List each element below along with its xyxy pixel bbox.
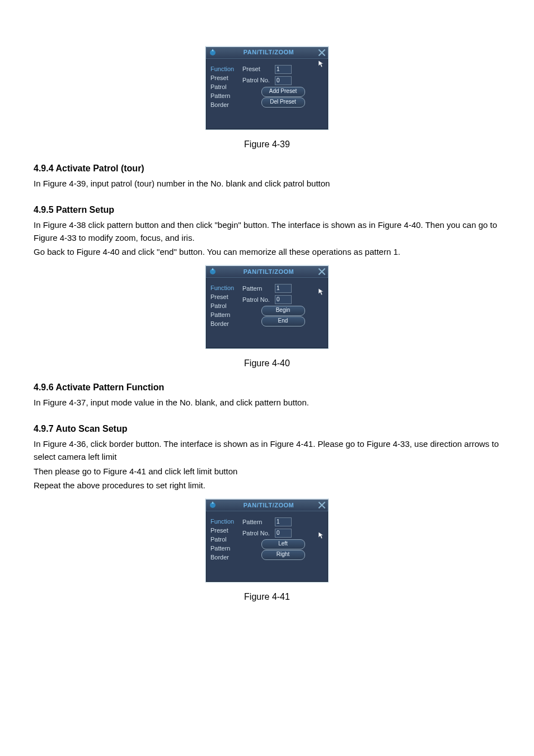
preset-input[interactable]: 1 [275,65,292,74]
menu-item-preset[interactable]: Preset [210,292,241,301]
paragraph: In Figure 4-38 click pattern button and … [34,218,500,245]
dialog-titlebar: PAN/TILT/ZOOM [206,47,328,59]
menu-item-preset[interactable]: Preset [210,526,241,535]
paragraph: In Figure 4-36, click border button. The… [34,437,500,464]
patrol-no-label: Patrol No. [242,76,275,85]
close-icon[interactable] [318,501,326,509]
close-icon[interactable] [318,49,326,57]
function-menu: Function Preset Patrol Pattern Border [210,283,241,336]
app-logo-icon [208,48,217,57]
menu-item-pattern[interactable]: Pattern [210,310,241,319]
patrol-no-input[interactable]: 0 [275,529,292,538]
figure-caption-39: Figure 4-39 [34,138,500,152]
dialog-titlebar: PAN/TILT/ZOOM [206,266,328,278]
paragraph: Repeat the above procedures to set right… [34,479,500,492]
dialog-title: PAN/TILT/ZOOM [219,267,318,277]
function-menu: Function Preset Patrol Pattern Border [210,517,241,570]
heading-4-9-4: 4.9.4 Activate Patrol (tour) [34,162,500,176]
patrol-no-input[interactable]: 0 [275,76,292,85]
del-preset-button[interactable]: Del Preset [261,97,305,108]
cursor-icon [318,60,325,68]
figure-caption-41: Figure 4-41 [34,590,500,604]
paragraph: In Figure 4-39, input patrol (tour) numb… [34,177,500,190]
menu-item-pattern[interactable]: Pattern [210,91,241,100]
begin-button[interactable]: Begin [261,306,305,316]
app-logo-icon [208,267,217,276]
menu-item-function[interactable]: Function [210,64,241,73]
dialog-titlebar: PAN/TILT/ZOOM [206,500,328,511]
heading-4-9-5: 4.9.5 Pattern Setup [34,203,500,217]
heading-4-9-7: 4.9.7 Auto Scan Setup [34,422,500,436]
paragraph: In Figure 4-37, input mode value in the … [34,396,500,409]
cursor-icon [318,531,325,539]
menu-item-border[interactable]: Border [210,100,241,109]
pattern-label: Pattern [242,517,275,527]
menu-item-border[interactable]: Border [210,553,241,562]
patrol-no-input[interactable]: 0 [275,295,292,304]
cursor-icon [318,288,325,296]
menu-item-border[interactable]: Border [210,319,241,328]
dialog-title: PAN/TILT/ZOOM [219,48,318,57]
pattern-input[interactable]: 1 [275,517,292,526]
left-button[interactable]: Left [261,539,305,549]
function-menu: Function Preset Patrol Pattern Border [210,64,241,117]
patrol-no-label: Patrol No. [242,295,275,305]
add-preset-button[interactable]: Add Preset [261,87,305,97]
heading-4-9-6: 4.9.6 Activate Pattern Function [34,381,500,395]
ptz-dialog-41: PAN/TILT/ZOOM Function Preset Patrol Pat… [205,498,329,582]
right-button[interactable]: Right [261,550,305,560]
menu-item-function[interactable]: Function [210,517,241,526]
end-button[interactable]: End [261,316,305,326]
pattern-input[interactable]: 1 [275,284,292,293]
paragraph: Go back to Figure 4-40 and click "end" b… [34,245,500,258]
dialog-title: PAN/TILT/ZOOM [219,501,318,510]
app-logo-icon [208,501,217,510]
patrol-no-label: Patrol No. [242,529,275,538]
menu-item-function[interactable]: Function [210,283,241,292]
figure-caption-40: Figure 4-40 [34,357,500,371]
menu-item-preset[interactable]: Preset [210,73,241,82]
preset-label: Preset [242,64,275,74]
ptz-dialog-39: PAN/TILT/ZOOM Function Preset Patrol Pat… [205,46,329,130]
paragraph: Then please go to Figure 4-41 and click … [34,465,500,478]
menu-item-patrol[interactable]: Patrol [210,535,241,544]
menu-item-pattern[interactable]: Pattern [210,544,241,553]
menu-item-patrol[interactable]: Patrol [210,82,241,91]
menu-item-patrol[interactable]: Patrol [210,301,241,310]
ptz-dialog-40: PAN/TILT/ZOOM Function Preset Patrol Pat… [205,265,329,349]
close-icon[interactable] [318,268,326,276]
pattern-label: Pattern [242,284,275,293]
